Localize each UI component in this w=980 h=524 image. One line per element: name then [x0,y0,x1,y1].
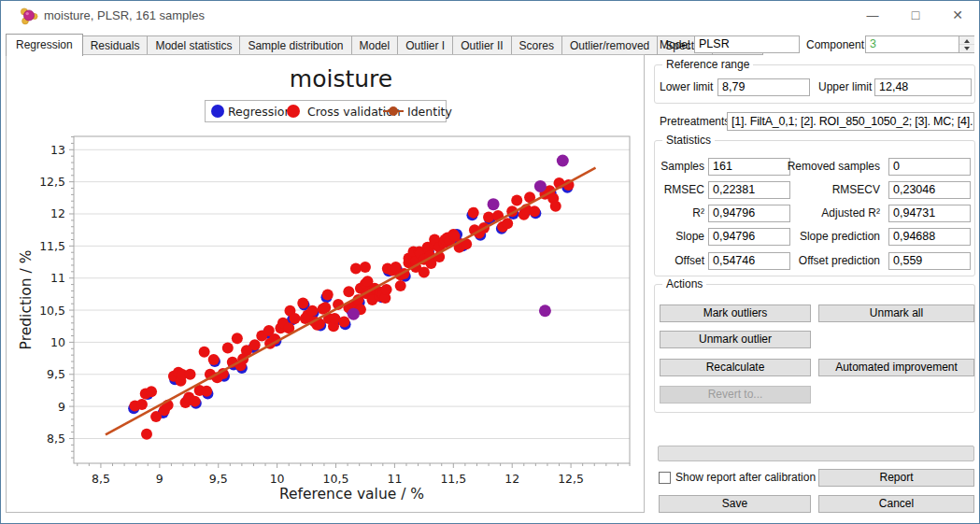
removed-samples-label: Removed samples [767,158,880,176]
automated-improvement-button[interactable]: Automated improvement [818,359,974,376]
model-label: Model [660,36,690,54]
app-window: moisture, PLSR, 161 samples — □ ✕ Regres… [0,0,980,524]
svg-text:10,5: 10,5 [323,472,349,486]
lower-limit-field[interactable]: 8,79 [717,78,810,96]
component-spin-buttons [959,36,973,52]
tab-residuals[interactable]: Residuals [83,35,149,55]
offset-prediction-field[interactable]: 0,559 [888,252,971,270]
tab-outlier-ii[interactable]: Outlier II [453,35,511,55]
svg-text:8,5: 8,5 [47,432,65,446]
tab-strip: Regression Residuals Model statistics Sa… [6,33,763,55]
samples-label: Samples [655,158,704,176]
svg-text:9,5: 9,5 [47,367,65,381]
report-button[interactable]: Report [818,469,974,487]
svg-text:11: 11 [50,271,65,285]
pretreatments-field[interactable]: [1]. FiltA_0,1; [2]. ROI_850_1050_2; [3]… [727,112,974,131]
progress-bar [658,446,974,461]
svg-text:9: 9 [58,400,65,414]
spin-up-icon[interactable] [959,36,974,45]
tab-outlier-removed[interactable]: Outlier/removed [562,35,658,55]
rmsecv-label: RMSECV [767,181,880,199]
svg-text:8,5: 8,5 [92,472,110,486]
svg-text:12: 12 [50,206,65,220]
svg-text:Identity: Identity [407,105,453,119]
titlebar: moisture, PLSR, 161 samples — □ ✕ [1,1,979,31]
component-stepper[interactable]: 3 [865,35,974,53]
component-input[interactable]: 3 [870,36,876,52]
close-button[interactable]: ✕ [936,1,979,30]
svg-text:10: 10 [270,472,285,486]
svg-text:Regression: Regression [228,105,291,119]
chart-legend: RegressionCross validationIdentity [206,101,453,122]
tab-sample-distribution[interactable]: Sample distribution [240,35,351,55]
slope-label: Slope [655,228,704,246]
slope-prediction-label: Slope prediction [767,228,880,246]
chart-title: moisture [290,65,392,92]
tab-model[interactable]: Model [352,35,399,55]
offset-prediction-label: Offset prediction [767,252,880,270]
svg-text:11,5: 11,5 [39,239,65,253]
slope-prediction-field[interactable]: 0,94688 [888,228,971,246]
tab-model-statistics[interactable]: Model statistics [148,35,240,55]
x-axis-title: Reference value / % [279,486,424,503]
model-field[interactable]: PLSR [694,35,800,53]
y-axis-title: Prediction / % [18,250,35,350]
save-button[interactable]: Save [659,495,811,513]
lower-limit-label: Lower limit [660,78,713,96]
svg-text:11: 11 [387,472,402,486]
app-molecule-icon [20,7,38,25]
svg-text:10: 10 [50,335,65,349]
spin-down-icon[interactable] [959,45,974,53]
revert-to-button: Revert to... [660,386,811,404]
minimize-button[interactable]: — [851,1,894,30]
reference-range-title: Reference range [662,58,753,72]
recalculate-button[interactable]: Recalculate [660,359,811,376]
window-title: moisture, PLSR, 161 samples [44,8,205,22]
svg-text:12,5: 12,5 [39,175,65,189]
svg-text:9: 9 [156,472,163,486]
svg-text:13: 13 [50,143,65,157]
identity-line [106,168,596,435]
tab-outlier-i[interactable]: Outlier I [398,35,453,55]
rmsec-label: RMSEC [655,181,704,199]
show-report-label: Show report after calibration [675,470,816,485]
mark-outliers-button[interactable]: Mark outliers [660,304,811,322]
adjusted-r2-label: Adjusted R² [767,205,880,222]
unmark-all-button[interactable]: Unmark all [818,304,974,322]
component-label: Component [806,36,864,54]
upper-limit-field[interactable]: 12,48 [874,78,972,96]
svg-text:12: 12 [504,472,519,486]
svg-text:9,5: 9,5 [209,472,228,486]
svg-text:11,5: 11,5 [440,472,466,486]
cancel-button[interactable]: Cancel [818,495,974,513]
svg-text:12,5: 12,5 [558,472,584,486]
unmark-outlier-button[interactable]: Unmark outlier [660,331,811,348]
maximize-button[interactable]: □ [894,1,937,30]
svg-text:10,5: 10,5 [39,304,65,318]
removed-samples-field[interactable]: 0 [888,158,971,176]
r2-label: R² [655,205,704,222]
adjusted-r2-field[interactable]: 0,94731 [888,205,971,222]
statistics-title: Statistics [662,134,715,148]
show-report-checkbox[interactable] [659,472,671,484]
offset-label: Offset [655,252,704,270]
tab-regression[interactable]: Regression [6,34,83,56]
actions-title: Actions [662,277,706,291]
regression-tab-page: 8,599,51010,51111,51212,58,599,51010,511… [6,54,645,513]
regression-plot[interactable]: 8,599,51010,51111,51212,58,599,51010,511… [7,56,644,512]
tab-scores[interactable]: Scores [512,35,562,55]
rmsecv-field[interactable]: 0,23046 [888,181,971,199]
pretreatments-label: Pretreatments [660,113,730,131]
upper-limit-label: Upper limit [818,78,872,96]
